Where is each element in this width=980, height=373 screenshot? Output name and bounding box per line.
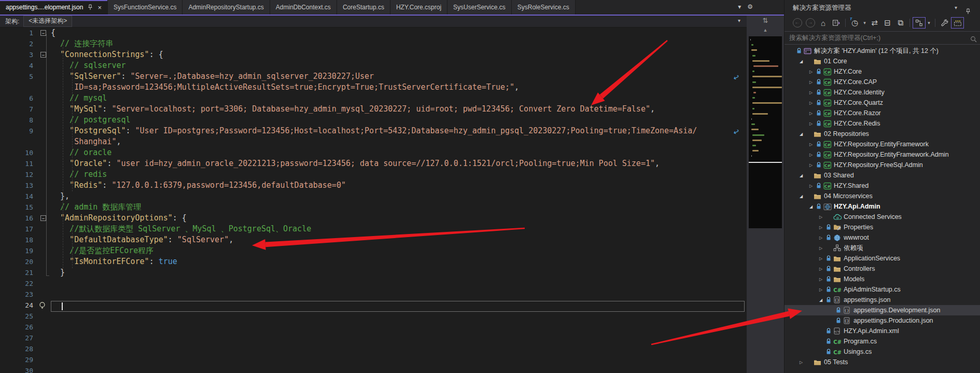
editor-tab[interactable]: SysFunctionService.cs bbox=[108, 0, 183, 15]
collapse-all-icon[interactable]: ⊟ bbox=[881, 17, 894, 29]
tree-item[interactable]: ▷wwwroot bbox=[785, 232, 980, 243]
code-line[interactable]: 4 // sqlserver bbox=[0, 60, 747, 71]
filter-chevron-icon[interactable]: ▾ bbox=[861, 17, 868, 29]
minimap-canvas[interactable] bbox=[749, 36, 782, 228]
forward-icon[interactable]: → bbox=[804, 17, 817, 29]
switch-views-icon[interactable] bbox=[830, 17, 843, 29]
chevron-collapsed-icon[interactable]: ▷ bbox=[800, 360, 806, 365]
chevron-expanded-icon[interactable]: ◢ bbox=[800, 194, 806, 199]
editor-tab[interactable]: AdminDbContext.cs bbox=[270, 0, 337, 15]
tree-item[interactable]: ▷C#HZY.Core.Identity bbox=[785, 87, 980, 98]
code-line[interactable]: 10 // oracle bbox=[0, 147, 747, 158]
code-line[interactable]: 20 "IsMonitorEFCore": true bbox=[0, 256, 747, 267]
code-line[interactable]: 17 //默认数据库类型 SqlServer 、MySql 、PostgreSq… bbox=[0, 224, 747, 234]
show-all-files-icon[interactable] bbox=[951, 17, 964, 29]
editor-tab[interactable]: AdminRepositoryStartup.cs bbox=[183, 0, 270, 15]
tree-item[interactable]: ▷C#HZY.Core bbox=[785, 66, 980, 77]
tree-item[interactable]: ◢02 Repositories bbox=[785, 129, 980, 139]
chevron-collapsed-icon[interactable]: ▷ bbox=[809, 111, 816, 116]
chevron-collapsed-icon[interactable]: ▷ bbox=[819, 277, 826, 282]
code-line[interactable]: 30 bbox=[0, 365, 747, 373]
code-line[interactable]: 16− "AdminRepositoryOptions": { bbox=[0, 213, 747, 224]
tree-item[interactable]: ▷C#HZY.Core.Redis bbox=[785, 118, 980, 129]
preview-selected-icon[interactable]: ⧉ bbox=[894, 17, 907, 29]
sync-chevron-icon[interactable]: ▾ bbox=[926, 17, 932, 29]
editor-tab[interactable]: SysRoleService.cs bbox=[512, 0, 576, 15]
code-line[interactable]: Shanghai", bbox=[0, 136, 747, 147]
properties-icon[interactable] bbox=[938, 17, 951, 29]
tree-item[interactable]: C#Usings.cs bbox=[785, 347, 980, 357]
chevron-expanded-icon[interactable]: ◢ bbox=[800, 59, 806, 64]
fold-toggle[interactable]: − bbox=[35, 213, 51, 224]
collapse-region-icon[interactable]: − bbox=[40, 215, 46, 221]
editor-tab[interactable]: CoreStartup.cs bbox=[337, 0, 390, 15]
chevron-collapsed-icon[interactable]: ▷ bbox=[819, 287, 826, 292]
code-line[interactable]: 7 "MySql": "Server=localhost; port=3306;… bbox=[0, 104, 747, 115]
code-line[interactable]: 28 bbox=[0, 343, 747, 354]
breadcrumb-chevron-icon[interactable]: ▾ bbox=[738, 18, 740, 23]
code-line[interactable]: 21 } bbox=[0, 267, 747, 278]
tree-item[interactable]: ▷Models bbox=[785, 274, 980, 284]
tree-item[interactable]: ▷依赖项 bbox=[785, 243, 980, 253]
code-line[interactable]: 6 // mysql bbox=[0, 93, 747, 104]
tree-item[interactable]: ▷C#HZY.Repository.FreeSql.Admin bbox=[785, 160, 980, 170]
editor-split-handle-icon[interactable]: ⇅ bbox=[747, 17, 784, 24]
tree-item[interactable]: ◢HZY.Api.Admin bbox=[785, 201, 980, 212]
chevron-collapsed-icon[interactable]: ▷ bbox=[819, 246, 826, 251]
chevron-collapsed-icon[interactable]: ▷ bbox=[809, 80, 816, 85]
code-line[interactable]: 25 bbox=[0, 311, 747, 322]
code-line[interactable]: 19 //是否监控EFCore程序 bbox=[0, 245, 747, 256]
code-line[interactable]: 8 // postgresql bbox=[0, 115, 747, 126]
collapse-region-icon[interactable]: − bbox=[40, 52, 46, 58]
chevron-collapsed-icon[interactable]: ▷ bbox=[809, 101, 816, 105]
pin-icon[interactable] bbox=[88, 4, 93, 10]
tree-item[interactable]: ▷05 Tests bbox=[785, 357, 980, 367]
tree-item[interactable]: ▷C#HZY.Core.Razor bbox=[785, 108, 980, 118]
chevron-collapsed-icon[interactable]: ▷ bbox=[809, 163, 816, 168]
chevron-expanded-icon[interactable]: ◢ bbox=[800, 132, 806, 136]
search-input[interactable]: 搜索解决方案资源管理器(Ctrl+;) bbox=[785, 31, 980, 45]
chevron-collapsed-icon[interactable]: ▷ bbox=[819, 236, 826, 240]
editor-tab[interactable]: SysUserService.cs bbox=[447, 0, 512, 15]
code-line[interactable]: 9 "PostgreSql": "User ID=postgres;Passwo… bbox=[0, 126, 747, 136]
pending-changes-filter-icon[interactable]: ◷T bbox=[848, 17, 861, 29]
sync-icon[interactable]: ⇄ bbox=[868, 17, 881, 29]
code-line[interactable]: 5 "SqlServer": "Server=.;Database=hzy_ad… bbox=[0, 71, 747, 82]
chevron-collapsed-icon[interactable]: ▷ bbox=[809, 121, 816, 126]
chevron-collapsed-icon[interactable]: ▷ bbox=[819, 267, 826, 271]
tree-item[interactable]: ▷C#HZY.Core.CAP bbox=[785, 77, 980, 87]
chevron-expanded-icon[interactable]: ◢ bbox=[809, 204, 816, 209]
chevron-collapsed-icon[interactable]: ▷ bbox=[809, 70, 816, 74]
fold-toggle[interactable]: − bbox=[35, 27, 51, 38]
sync-with-active-document-icon[interactable] bbox=[913, 17, 926, 29]
tree-item[interactable]: ▷C#HZY.Shared bbox=[785, 181, 980, 191]
tree-item[interactable]: ▷Controllers bbox=[785, 264, 980, 274]
collapse-region-icon[interactable]: − bbox=[40, 30, 46, 36]
tree-item[interactable]: 解决方案 'HZY.Admin' (12 个项目, 共 12 个) bbox=[785, 46, 980, 56]
code-line[interactable]: 12 // redis bbox=[0, 169, 747, 180]
tree-item[interactable]: ◢{}appsettings.json bbox=[785, 295, 980, 305]
tree-item[interactable]: </>HZY.Api.Admin.xml bbox=[785, 326, 980, 336]
tree-item[interactable]: ◢01 Core bbox=[785, 56, 980, 66]
tree-item[interactable]: ▷Properties bbox=[785, 222, 980, 232]
lightbulb-icon[interactable] bbox=[38, 301, 46, 312]
chevron-collapsed-icon[interactable]: ▷ bbox=[809, 90, 816, 95]
chevron-expanded-icon[interactable]: ◢ bbox=[800, 173, 806, 178]
chevron-collapsed-icon[interactable]: ▷ bbox=[819, 225, 826, 230]
close-icon[interactable]: × bbox=[97, 4, 102, 11]
tree-item[interactable]: ▷ApplicationServices bbox=[785, 253, 980, 264]
code-line[interactable]: 18 "DefaultDatabaseType": "SqlServer", bbox=[0, 234, 747, 245]
home-icon[interactable]: ⌂ bbox=[817, 17, 830, 29]
tab-settings-icon[interactable]: ⚙ bbox=[747, 3, 753, 10]
tree-item[interactable]: C#Program.cs bbox=[785, 336, 980, 347]
architecture-dropdown[interactable]: <未选择架构> bbox=[23, 16, 72, 27]
code-line[interactable]: 1−{ bbox=[0, 27, 747, 38]
chevron-collapsed-icon[interactable]: ▷ bbox=[809, 142, 816, 147]
code-line[interactable]: 13 "Redis": "127.0.0.1:6379,password=123… bbox=[0, 180, 747, 191]
code-line[interactable]: 11 "Oracle": "user id=hzy_admin_oracle_2… bbox=[0, 158, 747, 169]
tree-item[interactable]: ◢04 Microservices bbox=[785, 191, 980, 201]
chevron-collapsed-icon[interactable]: ▷ bbox=[809, 153, 816, 157]
minimap-scrollbar[interactable]: ⇅ ▲ bbox=[747, 16, 784, 373]
tree-item[interactable]: ◢03 Shared bbox=[785, 170, 980, 181]
tree-item[interactable]: ▷C#HZY.Core.Quartz bbox=[785, 98, 980, 108]
